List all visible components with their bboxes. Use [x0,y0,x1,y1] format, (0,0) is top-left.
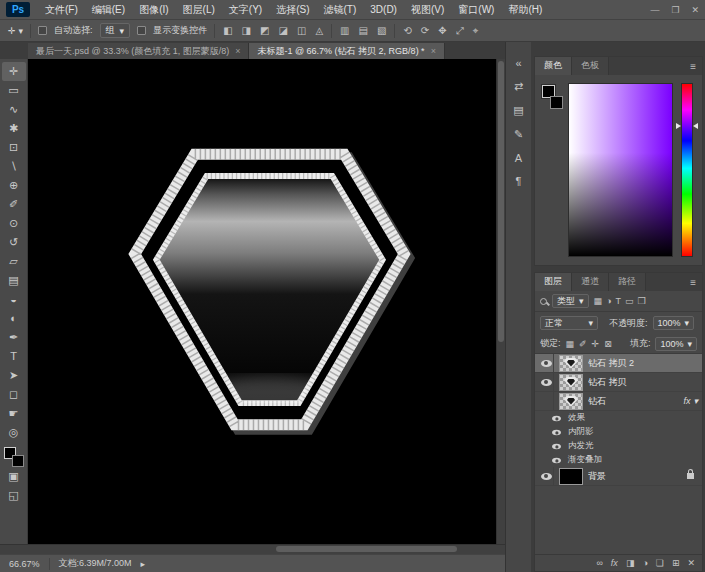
close-tab-icon[interactable]: × [235,46,240,56]
hand-tool[interactable]: ☛ [2,404,26,423]
menu-file[interactable]: 文件(F) [38,3,85,17]
filter-adjustment-icon[interactable]: ◑ [606,296,611,306]
distribute-v-icon[interactable]: ▤ [358,25,369,36]
auto-select-dropdown[interactable]: 组 ▾ [100,23,131,38]
align-bottom-icon[interactable]: ◬ [314,25,324,36]
eyedropper-tool[interactable]: ∖ [2,157,26,176]
layer-row-diamond[interactable]: 钻石 fx ▾ [535,392,702,411]
tab-color[interactable]: 颜色 [535,57,572,75]
status-flyout-icon[interactable]: ▸ [141,559,146,569]
filter-smart-object-icon[interactable]: ❒ [638,296,646,306]
rectangle-tool[interactable]: ◻ [2,385,26,404]
menu-window[interactable]: 窗口(W) [451,3,501,17]
link-layers-icon[interactable]: ∞ [596,558,602,568]
menu-select[interactable]: 选择(S) [269,3,316,17]
screen-mode-button[interactable]: ◱ [2,486,26,505]
align-top-icon[interactable]: ◪ [277,25,288,36]
filter-type-dropdown[interactable]: 类型 ▾ [552,294,589,308]
opacity-dropdown[interactable]: 100% ▾ [653,316,695,330]
visibility-toggle[interactable] [539,392,554,410]
blend-mode-dropdown[interactable]: 正常 ▾ [540,316,598,330]
panel-menu-icon[interactable]: ≡ [684,61,702,75]
panel-menu-icon[interactable]: ≡ [684,277,702,291]
close-tab-icon[interactable]: × [431,46,436,56]
layer-row-background[interactable]: 背景 [535,467,702,486]
dock-character-panel-icon[interactable]: A [515,152,522,164]
visibility-toggle[interactable] [549,425,563,439]
healing-brush-tool[interactable]: ⊕ [2,176,26,195]
horizontal-scrollbar-thumb[interactable] [276,546,457,552]
tab-swatches[interactable]: 色板 [572,57,609,75]
layer-thumbnail[interactable] [559,374,583,391]
tab-channels[interactable]: 通道 [572,273,609,291]
layer-row-diamond-copy-2[interactable]: 钻石 拷贝 2 [535,354,702,373]
marquee-tool[interactable]: ▭ [2,81,26,100]
quick-mask-button[interactable]: ▣ [2,467,26,486]
document-tab-active[interactable]: 未标题-1 @ 66.7% (钻石 拷贝 2, RGB/8) * × [249,43,444,59]
clone-stamp-tool[interactable]: ⊙ [2,214,26,233]
saturation-brightness-field[interactable] [568,83,673,257]
lasso-tool[interactable]: ∿ [2,100,26,119]
layer-thumbnail[interactable] [559,355,583,372]
menu-type[interactable]: 文字(Y) [222,3,269,17]
menu-layer[interactable]: 图层(L) [176,3,222,17]
layer-style-icon[interactable]: fx [611,558,618,568]
gradient-tool[interactable]: ▤ [2,271,26,290]
align-center-v-icon[interactable]: ◫ [296,25,307,36]
3d-drag-icon[interactable]: ✥ [437,25,447,36]
dodge-tool[interactable]: ◐ [2,309,26,328]
layer-name[interactable]: 背景 [588,470,682,483]
delete-layer-icon[interactable]: ✕ [687,558,695,568]
menu-view[interactable]: 视图(V) [404,3,451,17]
type-tool[interactable]: T [2,347,26,366]
lock-all-icon[interactable]: ⊠ [604,339,612,349]
layer-thumbnail[interactable] [559,468,583,485]
lock-pixels-icon[interactable]: ✐ [579,339,587,349]
fill-dropdown[interactable]: 100% ▾ [655,337,697,351]
zoom-tool[interactable]: ◎ [2,423,26,442]
align-left-icon[interactable]: ◧ [222,25,233,36]
effects-header-row[interactable]: 效果 [535,411,702,425]
new-layer-icon[interactable]: ⊞ [672,558,680,568]
layer-row-diamond-copy[interactable]: 钻石 拷贝 [535,373,702,392]
align-right-icon[interactable]: ◩ [259,25,270,36]
dock-brush-icon[interactable]: ✎ [514,128,523,141]
tab-layers[interactable]: 图层 [535,273,572,291]
eraser-tool[interactable]: ▱ [2,252,26,271]
tool-preset-picker[interactable]: ✛ ▾ [8,26,23,36]
filter-pixel-icon[interactable]: ▦ [594,296,603,306]
add-layer-mask-icon[interactable]: ◨ [626,558,635,568]
visibility-toggle[interactable] [539,354,554,372]
filter-type-icon[interactable]: T [615,296,621,306]
adjustment-layer-icon[interactable]: ◑ [642,558,647,568]
visibility-toggle[interactable] [539,373,554,391]
3d-rotate-icon[interactable]: ⟲ [402,25,412,36]
visibility-toggle[interactable] [539,467,554,485]
menu-image[interactable]: 图像(I) [132,3,175,17]
3d-scale-icon[interactable]: ⌖ [472,25,480,37]
effect-inner-glow-row[interactable]: 内发光 [535,439,702,453]
3d-roll-icon[interactable]: ⟳ [420,25,430,36]
effect-gradient-overlay-row[interactable]: 渐变叠加 [535,453,702,467]
3d-slide-icon[interactable]: ⤢ [455,25,465,37]
layer-style-badge[interactable]: fx ▾ [683,396,698,406]
effect-name[interactable]: 渐变叠加 [568,454,602,466]
visibility-toggle[interactable] [549,439,563,453]
canvas[interactable] [28,59,496,544]
history-brush-tool[interactable]: ↺ [2,233,26,252]
menu-3d[interactable]: 3D(D) [363,4,404,15]
layer-name[interactable]: 钻石 拷贝 [588,376,698,389]
vertical-scrollbar-thumb[interactable] [498,61,504,342]
menu-filter[interactable]: 滤镜(T) [317,3,364,17]
visibility-toggle[interactable] [549,411,563,425]
hue-ramp[interactable] [679,83,695,257]
blur-tool[interactable]: ◒ [2,290,26,309]
new-group-icon[interactable]: ❏ [656,558,664,568]
menu-edit[interactable]: 编辑(E) [85,3,132,17]
effect-name[interactable]: 内发光 [568,440,594,452]
auto-select-checkbox[interactable] [38,26,47,35]
distribute-all-icon[interactable]: ▧ [376,25,387,36]
brush-tool[interactable]: ✐ [2,195,26,214]
effect-name[interactable]: 内阴影 [568,426,594,438]
collapse-dock-icon[interactable]: « [515,57,521,69]
